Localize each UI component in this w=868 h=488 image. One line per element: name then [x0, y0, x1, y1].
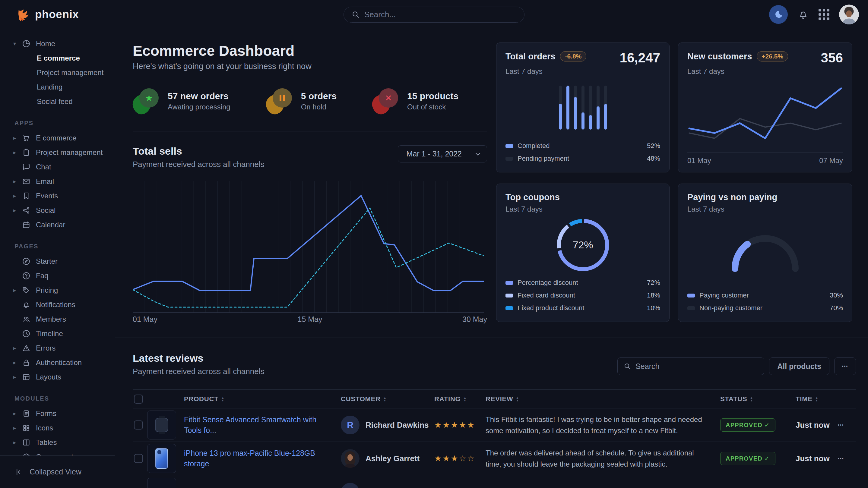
sidebar-item-social-feed[interactable]: Social feed	[0, 94, 115, 109]
product-thumbnail[interactable]	[147, 478, 176, 488]
total-orders-badge: -6.8%	[560, 51, 586, 62]
legend-label: Pending payment	[518, 155, 569, 162]
sidebar-item-e-commerce[interactable]: ▸ E commerce	[0, 131, 115, 145]
clock-icon	[22, 329, 31, 338]
sidebar-item-landing[interactable]: Landing	[0, 80, 115, 94]
profile-avatar[interactable]	[839, 4, 859, 24]
select-all-checkbox[interactable]	[134, 395, 143, 403]
product-link[interactable]: Fitbit Sense Advanced Smartwatch with To…	[184, 415, 341, 435]
customer-cell[interactable]: RRichard Dawkins	[341, 416, 434, 434]
cart-icon	[22, 133, 31, 142]
sidebar-section-modules: MODULES	[14, 395, 115, 402]
review-text: This Fitbit is fantastic! I was trying t…	[486, 414, 720, 436]
collapsed-view-toggle[interactable]: Collapsed View	[0, 455, 115, 488]
sort-icon[interactable]: ▲▼	[464, 396, 467, 402]
sidebar-item-email[interactable]: ▸ Email	[0, 174, 115, 189]
sort-icon[interactable]: ▲▼	[516, 396, 519, 402]
caret-right-icon: ▸	[13, 193, 22, 199]
legend-label: Fixed product discount	[518, 304, 584, 312]
reviews-search-input[interactable]	[636, 362, 758, 371]
column-header-time[interactable]: TIME▲▼	[796, 395, 838, 403]
sidebar-item-label: Layouts	[36, 373, 61, 381]
caret-down-icon: ▾	[13, 40, 22, 47]
compass-icon	[22, 257, 31, 266]
navbar-search-input[interactable]	[364, 10, 516, 19]
search-icon	[352, 10, 360, 19]
sidebar-item-calendar[interactable]: Calendar	[0, 218, 115, 232]
product-thumbnail[interactable]	[147, 444, 176, 473]
dark-mode-toggle[interactable]	[769, 5, 788, 24]
sidebar-item-timeline[interactable]: Timeline	[0, 326, 115, 341]
legend-label: Percentage discount	[518, 279, 578, 287]
column-header-review[interactable]: REVIEW▲▼	[486, 395, 720, 403]
table-header: PRODUCT▲▼CUSTOMER▲▼RATING▲▼REVIEW▲▼STATU…	[133, 389, 856, 409]
sidebar-item-project-management[interactable]: ▸ Project management	[0, 145, 115, 160]
legend-label: Paying customer	[700, 291, 749, 299]
table-icon	[22, 438, 31, 447]
brand[interactable]: phoenix	[17, 7, 79, 22]
legend-swatch	[505, 144, 513, 148]
latest-reviews-section: Latest reviews Payment received across a…	[115, 338, 868, 488]
sidebar-item-home[interactable]: ▾ Home	[0, 36, 115, 51]
users-icon	[22, 315, 31, 324]
navbar-search[interactable]	[343, 7, 525, 23]
sidebar-item-icons[interactable]: ▸ Icons	[0, 421, 115, 435]
column-header-status[interactable]: STATUS▲▼	[720, 395, 796, 403]
apps-grid-button[interactable]	[818, 9, 829, 20]
sidebar-item-project-management[interactable]: Project management	[0, 65, 115, 80]
product-link[interactable]: iPhone 13 pro max-Pacific Blue-128GB sto…	[184, 448, 341, 469]
stat-subtitle: Out of stock	[407, 103, 459, 111]
sort-icon[interactable]: ▲▼	[815, 396, 818, 402]
calendar-icon	[22, 220, 31, 229]
sort-icon[interactable]: ▲▼	[750, 396, 753, 402]
date-range-select[interactable]: Mar 1 - 31, 2022	[398, 145, 487, 162]
sidebar-item-notifications[interactable]: Notifications	[0, 297, 115, 312]
more-options-button[interactable]: •••	[834, 357, 856, 375]
total-orders-period: Last 7 days	[505, 67, 660, 76]
hero-stat: ★ 57 new orders Awating processing	[133, 88, 230, 114]
row-checkbox[interactable]	[134, 421, 143, 429]
caret-right-icon: ▸	[13, 178, 22, 185]
avatar: R	[341, 416, 360, 434]
column-header-product[interactable]: PRODUCT▲▼	[184, 395, 341, 403]
sidebar-item-members[interactable]: Members	[0, 312, 115, 326]
sidebar-item-e-commerce[interactable]: E commerce	[0, 51, 115, 65]
sidebar-item-errors[interactable]: ▸ Errors	[0, 341, 115, 355]
sidebar-item-label: Home	[36, 39, 55, 48]
sidebar-item-authentication[interactable]: ▸ Authentication	[0, 355, 115, 370]
total-orders-bar-chart	[505, 76, 660, 139]
row-actions-button[interactable]: •••	[838, 423, 856, 427]
bar-track	[566, 86, 569, 130]
sidebar-item-faq[interactable]: Faq	[0, 268, 115, 283]
x-axis-label: 01 May	[687, 157, 711, 165]
product-thumbnail[interactable]	[147, 411, 176, 440]
sidebar-item-label: Icons	[36, 424, 53, 432]
column-header-rating[interactable]: RATING▲▼	[434, 395, 486, 403]
column-header-customer[interactable]: CUSTOMER▲▼	[341, 395, 434, 403]
all-products-button[interactable]: All products	[769, 357, 829, 375]
sidebar-item-chat[interactable]: Chat	[0, 160, 115, 174]
row-checkbox[interactable]	[134, 454, 143, 463]
legend-value: 52%	[647, 142, 660, 150]
main-content: Ecommerce Dashboard Here's what's going …	[0, 0, 868, 488]
bar-track	[604, 86, 607, 130]
customer-cell[interactable]: Ashley Garrett	[341, 449, 434, 468]
notifications-button[interactable]	[798, 9, 809, 20]
sidebar-item-starter[interactable]: Starter	[0, 254, 115, 268]
sidebar-item-pricing[interactable]: ▸ Pricing	[0, 283, 115, 297]
reviews-search[interactable]	[617, 357, 764, 375]
sidebar-item-label: Calendar	[36, 221, 65, 229]
sidebar-item-tables[interactable]: ▸ Tables	[0, 435, 115, 450]
legend-swatch	[505, 294, 513, 297]
sidebar-item-layouts[interactable]: ▸ Layouts	[0, 370, 115, 384]
sidebar-item-events[interactable]: ▸ Events	[0, 189, 115, 203]
stat-subtitle: On hold	[301, 103, 337, 111]
row-actions-button[interactable]: •••	[838, 456, 856, 461]
sidebar-item-social[interactable]: ▸ Social	[0, 203, 115, 218]
sort-icon[interactable]: ▲▼	[221, 396, 224, 402]
sidebar-item-forms[interactable]: ▸ Forms	[0, 406, 115, 421]
total-sells-chart	[133, 180, 484, 314]
sidebar-item-label: Pricing	[36, 286, 58, 294]
sort-icon[interactable]: ▲▼	[383, 396, 386, 402]
sidebar-item-components[interactable]: ▸ Components	[0, 450, 115, 455]
